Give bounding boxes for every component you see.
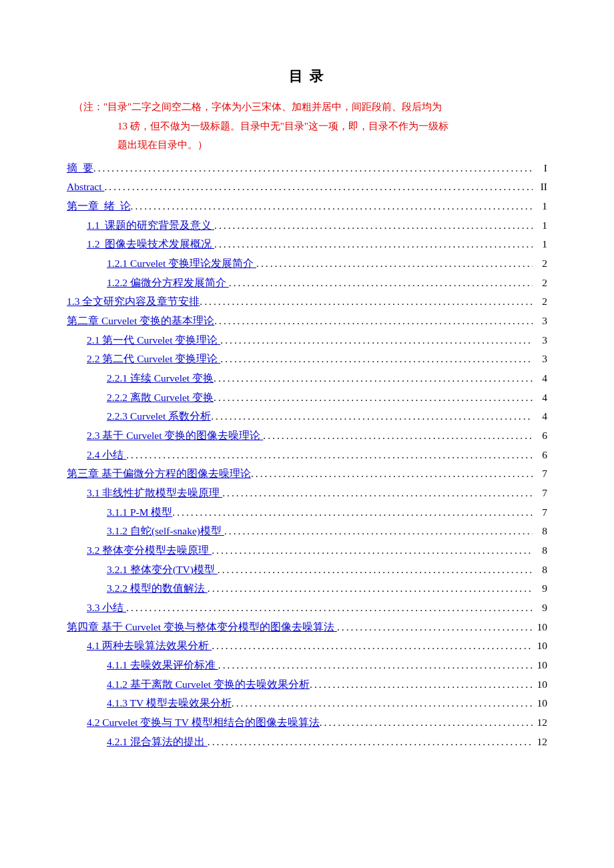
- toc-page-number: 1: [533, 216, 547, 236]
- toc-link[interactable]: 1.3 全文研究内容及章节安排: [67, 292, 200, 312]
- toc-leader-dots: [126, 446, 533, 465]
- toc-link[interactable]: 1.2.1 Curvelet 变换理论发展简介: [107, 254, 256, 274]
- toc-page-number: 7: [533, 464, 547, 484]
- toc-link[interactable]: 第二章 Curvelet 变换的基本理论: [67, 312, 214, 331]
- toc-page-number: 10: [533, 618, 547, 637]
- toc-page-number: 4: [533, 369, 547, 388]
- toc-entry: 4.2.1 混合算法的提出 12: [67, 733, 547, 752]
- toc-leader-dots: [93, 159, 533, 178]
- toc-leader-dots: [208, 733, 533, 752]
- toc-entry: 3.1.1 P-M 模型7: [67, 503, 547, 522]
- toc-link[interactable]: 3.2 整体变分模型去噪原理: [87, 541, 212, 560]
- toc-leader-dots: [131, 197, 533, 216]
- toc-entry: 4.1.1 去噪效果评价标准 10: [67, 656, 547, 675]
- toc-page-number: 8: [533, 541, 547, 560]
- toc-link[interactable]: 3.2.2 模型的数值解法: [107, 579, 208, 598]
- note-line: 13 磅，但不做为一级标题。目录中无"目录"这一项，即，目录不作为一级标: [67, 117, 547, 136]
- toc-link[interactable]: 2.2.2 离散 Curvelet 变换: [107, 388, 214, 408]
- toc-leader-dots: [220, 331, 533, 350]
- toc-page-number: I: [533, 159, 547, 178]
- toc-leader-dots: [229, 274, 533, 293]
- toc-leader-dots: [310, 675, 533, 695]
- toc-entry: 第二章 Curvelet 变换的基本理论3: [67, 312, 547, 331]
- toc-leader-dots: [218, 656, 533, 675]
- toc-page-number: 9: [533, 579, 547, 598]
- toc-page-number: 4: [533, 388, 547, 408]
- toc-link[interactable]: 3.2.1 整体变分(TV)模型: [107, 560, 218, 580]
- toc-link[interactable]: Abstract: [67, 177, 104, 197]
- toc-entry: 2.3 基于 Curvelet 变换的图像去噪理论 6: [67, 426, 547, 446]
- note-line: （注："目录"二字之间空二格，字体为小三宋体、加粗并居中，间距段前、段后均为: [67, 97, 547, 117]
- toc-entry: 1.2.2 偏微分方程发展简介 2: [67, 274, 547, 293]
- toc-entry: 第四章 基于 Curvelet 变换与整体变分模型的图像去噪算法 10: [67, 618, 547, 637]
- toc-page-number: 3: [533, 331, 547, 350]
- toc-link[interactable]: 4.1.3 TV 模型去噪效果分析: [107, 694, 232, 713]
- toc-link[interactable]: 2.1 第一代 Curvelet 变换理论: [87, 331, 220, 350]
- toc-link[interactable]: 第一章 绪 论: [67, 197, 131, 216]
- toc-entry: 2.2.3 Curvelet 系数分析4: [67, 407, 547, 426]
- toc-leader-dots: [256, 254, 533, 274]
- note-line: 题出现在目录中。）: [67, 135, 547, 155]
- toc-link[interactable]: 第三章 基于偏微分方程的图像去噪理论: [67, 464, 251, 484]
- toc-leader-dots: [263, 426, 533, 446]
- toc-link[interactable]: 4.1.1 去噪效果评价标准: [107, 656, 218, 675]
- toc-entry: 4.2 Curvelet 变换与 TV 模型相结合的图像去噪算法12: [67, 713, 547, 733]
- toc-link[interactable]: 3.3 小结: [87, 598, 126, 618]
- toc-page-number: 1: [533, 197, 547, 216]
- toc-link[interactable]: 3.1.2 自蛇(self-snake)模型: [107, 522, 224, 541]
- toc-leader-dots: [224, 522, 533, 541]
- toc-link[interactable]: 3.1.1 P-M 模型: [107, 503, 172, 522]
- toc-title: 目 录: [67, 67, 547, 85]
- toc-page-number: 2: [533, 274, 547, 293]
- toc-link[interactable]: 4.2.1 混合算法的提出: [107, 733, 208, 752]
- toc-link[interactable]: 1.1 课题的研究背景及意义: [87, 216, 214, 236]
- toc-leader-dots: [200, 292, 533, 312]
- toc-page-number: 10: [533, 656, 547, 675]
- toc-entry: 3.2.2 模型的数值解法 9: [67, 579, 547, 598]
- toc-link[interactable]: 2.3 基于 Curvelet 变换的图像去噪理论: [87, 426, 263, 446]
- toc-link[interactable]: 摘 要: [67, 159, 93, 178]
- toc-link[interactable]: 1.2.2 偏微分方程发展简介: [107, 274, 229, 293]
- toc-entry: 4.1.2 基于离散 Curvelet 变换的去噪效果分析10: [67, 675, 547, 695]
- toc-entry: 3.3 小结 9: [67, 598, 547, 618]
- table-of-contents: 摘 要IAbstract II第一章 绪 论11.1 课题的研究背景及意义 11…: [67, 159, 547, 752]
- toc-leader-dots: [214, 312, 533, 331]
- toc-page-number: 10: [533, 694, 547, 713]
- toc-leader-dots: [208, 579, 533, 598]
- toc-leader-dots: [104, 177, 533, 197]
- toc-page-number: 3: [533, 312, 547, 331]
- toc-link[interactable]: 2.4 小结: [87, 446, 126, 465]
- toc-link[interactable]: 4.1.2 基于离散 Curvelet 变换的去噪效果分析: [107, 675, 310, 695]
- toc-link[interactable]: 4.1 两种去噪算法效果分析: [87, 636, 212, 656]
- toc-leader-dots: [251, 464, 533, 484]
- toc-leader-dots: [212, 636, 533, 656]
- toc-entry: 2.4 小结 6: [67, 446, 547, 465]
- toc-page-number: 1: [533, 235, 547, 254]
- toc-page-number: 6: [533, 446, 547, 465]
- toc-entry: 2.1 第一代 Curvelet 变换理论 3: [67, 331, 547, 350]
- toc-page-number: 10: [533, 636, 547, 656]
- toc-entry: 第一章 绪 论1: [67, 197, 547, 216]
- toc-link[interactable]: 2.2.3 Curvelet 系数分析: [107, 407, 211, 426]
- toc-entry: 4.1.3 TV 模型去噪效果分析10: [67, 694, 547, 713]
- toc-link[interactable]: 4.2 Curvelet 变换与 TV 模型相结合的图像去噪算法: [87, 713, 320, 733]
- toc-entry: Abstract II: [67, 177, 547, 197]
- toc-leader-dots: [212, 541, 533, 560]
- toc-link[interactable]: 第四章 基于 Curvelet 变换与整体变分模型的图像去噪算法: [67, 618, 337, 637]
- toc-leader-dots: [220, 350, 533, 369]
- toc-leader-dots: [337, 618, 533, 637]
- toc-leader-dots: [320, 713, 533, 733]
- toc-leader-dots: [214, 235, 533, 254]
- toc-link[interactable]: 2.2.1 连续 Curvelet 变换: [107, 369, 214, 388]
- toc-entry: 1.2.1 Curvelet 变换理论发展简介 2: [67, 254, 547, 274]
- toc-leader-dots: [214, 369, 533, 388]
- toc-entry: 1.1 课题的研究背景及意义 1: [67, 216, 547, 236]
- toc-entry: 摘 要I: [67, 159, 547, 178]
- toc-page-number: 2: [533, 292, 547, 312]
- toc-entry: 3.2.1 整体变分(TV)模型 8: [67, 560, 547, 580]
- toc-page-number: 12: [533, 713, 547, 733]
- toc-page-number: 3: [533, 350, 547, 369]
- toc-link[interactable]: 2.2 第二代 Curvelet 变换理论: [87, 350, 220, 369]
- toc-link[interactable]: 1.2 图像去噪技术发展概况: [87, 235, 214, 254]
- toc-link[interactable]: 3.1 非线性扩散模型去噪原理: [87, 484, 222, 503]
